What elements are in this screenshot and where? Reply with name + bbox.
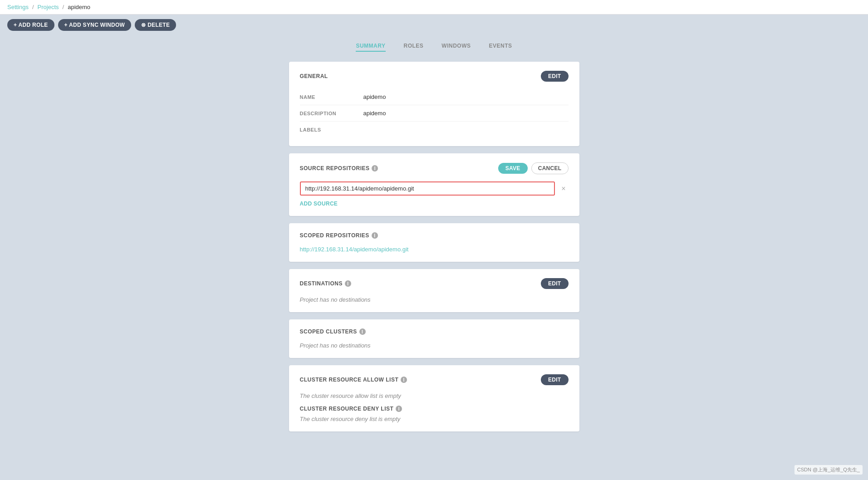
cards-wrapper: GENERAL EDIT NAME apidemo DESCRIPTION ap…	[289, 62, 579, 431]
field-labels-row: LABELS	[300, 122, 569, 137]
scoped-repos-title: SCOPED REPOSITORIES i	[300, 232, 378, 239]
add-source-button[interactable]: ADD SOURCE	[300, 201, 338, 207]
field-name-value: apidemo	[363, 93, 569, 100]
deny-list-title: CLUSTER RESOURCE DENY LIST i	[300, 406, 569, 412]
add-role-button[interactable]: + ADD ROLE	[7, 19, 54, 31]
scoped-clusters-card: SCOPED CLUSTERS i Project has no destina…	[289, 319, 579, 358]
allow-list-edit-button[interactable]: EDIT	[541, 374, 569, 385]
destinations-card: DESTINATIONS i EDIT Project has no desti…	[289, 269, 579, 312]
add-sync-window-button[interactable]: + ADD SYNC WINDOW	[58, 19, 132, 31]
tab-windows[interactable]: WINDOWS	[441, 41, 471, 52]
breadcrumb-current: apidemo	[68, 4, 90, 10]
field-labels-label: LABELS	[300, 126, 363, 132]
source-repos-actions: SAVE CANCEL	[498, 162, 569, 174]
scoped-clusters-info-icon[interactable]: i	[359, 328, 366, 335]
source-repos-info-icon[interactable]: i	[372, 165, 378, 171]
source-url-input[interactable]	[300, 181, 555, 196]
projects-link[interactable]: Projects	[38, 4, 59, 10]
general-edit-button[interactable]: EDIT	[541, 71, 569, 82]
scoped-clusters-empty-text: Project has no destinations	[300, 342, 371, 349]
deny-list-section: CLUSTER RESOURCE DENY LIST i The cluster…	[300, 406, 569, 422]
allow-list-info-icon[interactable]: i	[401, 377, 407, 383]
delete-button[interactable]: ⊗ DELETE	[135, 19, 176, 31]
scoped-clusters-header: SCOPED CLUSTERS i	[300, 328, 569, 335]
tab-roles[interactable]: ROLES	[404, 41, 424, 52]
allow-list-title: CLUSTER RESOURCE ALLOW LIST i	[300, 377, 407, 383]
main-content: SUMMARY ROLES WINDOWS EVENTS GENERAL EDI…	[0, 35, 868, 431]
toolbar: + ADD ROLE + ADD SYNC WINDOW ⊗ DELETE	[0, 15, 868, 35]
field-description-row: DESCRIPTION apidemo	[300, 105, 569, 122]
destinations-info-icon[interactable]: i	[345, 280, 351, 287]
breadcrumb: Settings / Projects / apidemo	[0, 0, 868, 15]
destinations-title: DESTINATIONS i	[300, 280, 351, 287]
source-repos-cancel-button[interactable]: CANCEL	[531, 162, 569, 174]
source-repositories-card: SOURCE REPOSITORIES i SAVE CANCEL × ADD …	[289, 153, 579, 216]
destinations-empty-text: Project has no destinations	[300, 296, 371, 303]
general-card-title: GENERAL	[300, 73, 328, 79]
deny-list-empty-text: The cluster resource deny list is empty	[300, 416, 401, 422]
destinations-edit-button[interactable]: EDIT	[541, 278, 569, 289]
general-card-header: GENERAL EDIT	[300, 71, 569, 82]
allow-list-header: CLUSTER RESOURCE ALLOW LIST i EDIT	[300, 374, 569, 385]
destinations-header: DESTINATIONS i EDIT	[300, 278, 569, 289]
source-repos-header: SOURCE REPOSITORIES i SAVE CANCEL	[300, 162, 569, 174]
watermark: CSDN @上海_运维_Q先生_	[794, 465, 863, 475]
field-description-label: DESCRIPTION	[300, 110, 363, 116]
scoped-repo-url[interactable]: http://192.168.31.14/apidemo/apidemo.git	[300, 246, 409, 253]
settings-link[interactable]: Settings	[7, 4, 29, 10]
scoped-repos-info-icon[interactable]: i	[372, 232, 378, 239]
remove-source-button[interactable]: ×	[559, 184, 568, 194]
source-repos-save-button[interactable]: SAVE	[498, 163, 528, 174]
deny-list-info-icon[interactable]: i	[396, 406, 402, 412]
source-input-row: ×	[300, 181, 569, 196]
field-name-label: NAME	[300, 93, 363, 100]
field-description-value: apidemo	[363, 110, 569, 117]
general-card: GENERAL EDIT NAME apidemo DESCRIPTION ap…	[289, 62, 579, 146]
tab-summary[interactable]: SUMMARY	[356, 41, 385, 52]
source-repos-title: SOURCE REPOSITORIES i	[300, 165, 378, 171]
field-name-row: NAME apidemo	[300, 89, 569, 105]
allow-list-empty-text: The cluster resource allow list is empty	[300, 392, 401, 399]
tab-events[interactable]: EVENTS	[489, 41, 512, 52]
breadcrumb-sep-2: /	[63, 4, 64, 10]
breadcrumb-sep-1: /	[32, 4, 34, 10]
scoped-repos-header: SCOPED REPOSITORIES i	[300, 232, 569, 239]
scoped-clusters-title: SCOPED CLUSTERS i	[300, 328, 366, 335]
scoped-repositories-card: SCOPED REPOSITORIES i http://192.168.31.…	[289, 223, 579, 262]
tab-bar: SUMMARY ROLES WINDOWS EVENTS	[356, 35, 512, 57]
cluster-resource-allow-list-card: CLUSTER RESOURCE ALLOW LIST i EDIT The c…	[289, 365, 579, 431]
